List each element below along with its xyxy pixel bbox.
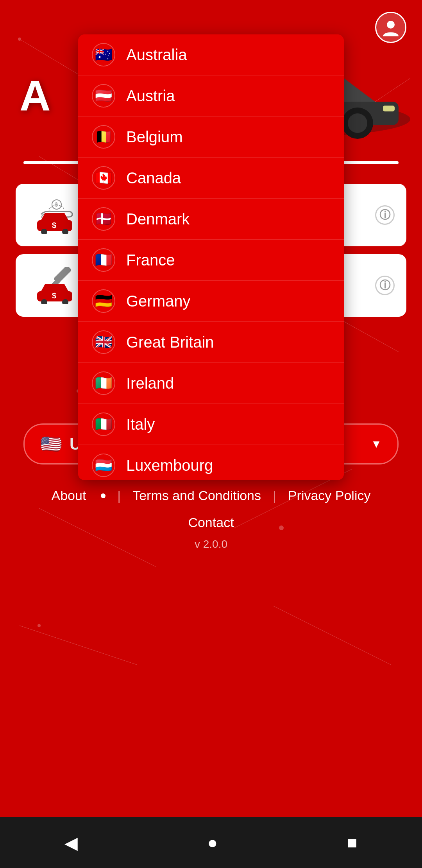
footer-contact: Contact (0, 511, 422, 534)
footer-dot-1 (101, 493, 106, 498)
bidding-card-icon: $ (31, 266, 78, 305)
bidding-card-info[interactable]: ⓘ (375, 276, 395, 295)
footer-terms-link[interactable]: Terms and Conditions (132, 488, 261, 503)
dropdown-item-gb[interactable]: 🇬🇧Great Britain (78, 322, 344, 363)
dropdown-item-be[interactable]: 🇧🇪Belgium (78, 117, 344, 158)
dropdown-item-it[interactable]: 🇮🇹Italy (78, 404, 344, 445)
country-label-at: Austria (126, 87, 175, 105)
avatar-button[interactable] (375, 12, 406, 43)
dropdown-item-dk[interactable]: 🇩🇰Denmark (78, 199, 344, 240)
flag-dk: 🇩🇰 (92, 207, 115, 231)
flag-ca: 🇨🇦 (92, 166, 115, 190)
country-label-it: Italy (126, 416, 155, 433)
svg-text:$: $ (55, 201, 58, 208)
nav-home-button[interactable]: ● (191, 825, 233, 860)
svg-point-28 (387, 21, 395, 29)
country-dropdown[interactable]: 🇦🇺Australia🇦🇹Austria🇧🇪Belgium🇨🇦Canada🇩🇰D… (78, 34, 344, 480)
svg-rect-35 (383, 106, 395, 111)
footer-privacy-link[interactable]: Privacy Policy (288, 488, 371, 503)
flag-be: 🇧🇪 (92, 125, 115, 149)
country-label-gb: Great Britain (126, 334, 214, 351)
country-label-au: Australia (126, 46, 187, 64)
hero-text-a: A (20, 70, 49, 120)
dropdown-item-at[interactable]: 🇦🇹Austria (78, 75, 344, 117)
nav-recents-button[interactable]: ■ (331, 825, 373, 860)
top-bar (0, 0, 422, 47)
dropdown-item-ie[interactable]: 🇮🇪Ireland (78, 363, 344, 404)
selected-flag: 🇺🇸 (40, 433, 62, 455)
flag-de: 🇩🇪 (92, 289, 115, 313)
dropdown-item-de[interactable]: 🇩🇪Germany (78, 281, 344, 322)
svg-point-34 (348, 113, 367, 133)
selector-area: 🇦🇺Australia🇦🇹Austria🇧🇪Belgium🇨🇦Canada🇩🇰D… (0, 416, 422, 472)
country-label-ie: Ireland (126, 375, 174, 392)
svg-text:$: $ (52, 291, 56, 300)
flag-at: 🇦🇹 (92, 84, 115, 108)
dropdown-item-fr[interactable]: 🇫🇷France (78, 240, 344, 281)
country-label-de: Germany (126, 292, 191, 310)
flag-ie: 🇮🇪 (92, 371, 115, 395)
svg-line-14 (20, 626, 137, 665)
footer-about-link[interactable]: About (52, 488, 86, 503)
country-label-ca: Canada (126, 169, 181, 187)
footer-links: About | Terms and Conditions | Privacy P… (0, 472, 422, 511)
buy-card-icon: $ $ (31, 195, 78, 235)
footer-contact-link[interactable]: Contact (188, 515, 234, 530)
footer-sep-2: | (273, 488, 276, 503)
footer-version: v 2.0.0 (0, 534, 422, 554)
flag-it: 🇮🇹 (92, 412, 115, 436)
country-label-dk: Denmark (126, 210, 190, 228)
country-label-fr: France (126, 251, 175, 269)
flag-fr: 🇫🇷 (92, 248, 115, 272)
country-label-be: Belgium (126, 128, 183, 146)
bottom-nav: ◀ ● ■ (0, 817, 422, 868)
buy-card-info[interactable]: ⓘ (375, 205, 395, 225)
dropdown-item-ca[interactable]: 🇨🇦Canada (78, 158, 344, 199)
nav-back-button[interactable]: ◀ (49, 825, 93, 861)
country-label-lu: Luxembourg (126, 457, 213, 474)
flag-gb: 🇬🇧 (92, 330, 115, 354)
footer-sep-1: | (117, 488, 121, 503)
dropdown-arrow-icon: ▼ (371, 438, 382, 450)
svg-text:$: $ (52, 221, 56, 230)
